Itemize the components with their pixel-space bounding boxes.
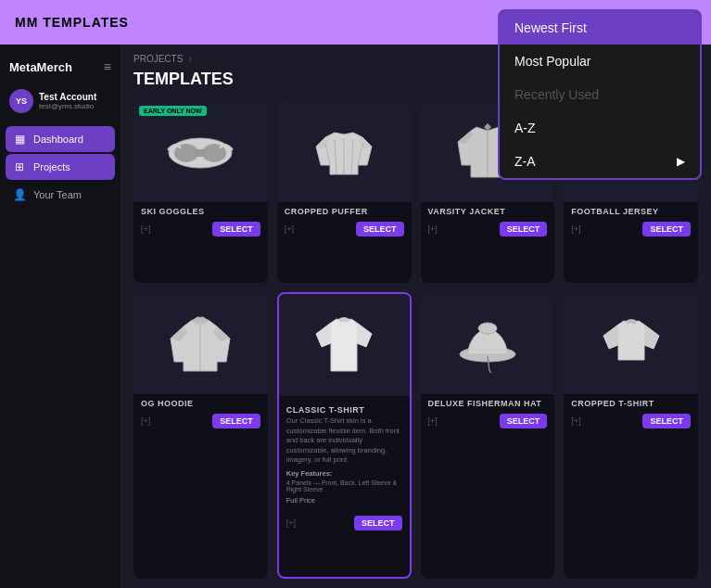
projects-icon: ⊞ bbox=[13, 160, 26, 173]
sidebar-user: YS Test Account test@yms.studio bbox=[0, 83, 121, 119]
breadcrumb-separator: › bbox=[188, 54, 191, 64]
sort-dropdown[interactable]: Newest First Most Popular Recently Used … bbox=[498, 9, 702, 180]
expand-icon[interactable]: [+] bbox=[571, 416, 580, 426]
expand-icon[interactable]: [+] bbox=[286, 518, 296, 528]
template-info-og-hoodie: OG HOODIE [+] SELECT bbox=[133, 394, 268, 579]
og-hoodie-image bbox=[163, 306, 237, 380]
sidebar-user-info: Test Account test@yms.studio bbox=[39, 92, 96, 110]
top-bar-title: MM TEMPLATES bbox=[15, 15, 129, 30]
expand-icon[interactable]: [+] bbox=[141, 224, 150, 234]
template-info-cropped-puffer: CROPPED PUFFER [+] SELECT bbox=[277, 202, 412, 283]
avatar: YS bbox=[9, 89, 33, 113]
template-info-cropped-tshirt: CROPPED T-SHIRT [+] SELECT bbox=[564, 394, 698, 579]
template-name: CLASSIC T-SHIRT bbox=[286, 405, 365, 415]
select-button[interactable]: SELECT bbox=[212, 414, 260, 428]
expand-icon[interactable]: [+] bbox=[428, 224, 438, 234]
dropdown-item-a-z[interactable]: A-Z bbox=[500, 111, 700, 145]
breadcrumb-parent: PROJECTS bbox=[133, 54, 183, 64]
svg-rect-3 bbox=[196, 149, 205, 157]
dropdown-item-label: Recently Used bbox=[514, 87, 599, 102]
template-footer: [+] SELECT bbox=[571, 414, 691, 428]
sidebar-item-team[interactable]: 👤 Your Team bbox=[6, 182, 115, 208]
template-name: CROPPED PUFFER bbox=[285, 207, 404, 216]
select-button[interactable]: SELECT bbox=[356, 222, 404, 236]
template-footer: [+] SELECT bbox=[428, 414, 548, 428]
card-detail-description: Our Classic T-Shirt skin is a customizab… bbox=[286, 416, 402, 466]
sidebar-user-name: Test Account bbox=[39, 92, 96, 102]
template-info-ski-goggles: SKI GOGGLES [+] SELECT bbox=[133, 202, 268, 283]
sidebar: MetaMerch ≡ YS Test Account test@yms.stu… bbox=[0, 45, 121, 588]
dropdown-item-label: Z-A bbox=[514, 154, 536, 169]
dropdown-item-most-popular[interactable]: Most Popular bbox=[500, 45, 700, 78]
classic-tshirt-image bbox=[307, 308, 381, 382]
price-label: Full Price bbox=[286, 496, 402, 505]
template-info-football-jersey: FOOTBALL JERSEY [+] SELECT bbox=[564, 202, 698, 283]
template-name: SKI GOGGLES bbox=[141, 207, 260, 216]
team-icon: 👤 bbox=[13, 188, 26, 201]
select-button[interactable]: SELECT bbox=[500, 414, 548, 428]
cropped-tshirt-image bbox=[594, 306, 668, 380]
template-footer: [+] SELECT bbox=[428, 222, 548, 236]
fisherman-hat-image bbox=[451, 306, 525, 380]
expand-icon[interactable]: [+] bbox=[285, 224, 294, 234]
template-card-fisherman-hat: DELUXE FISHERMAN HAT [+] SELECT bbox=[421, 292, 555, 579]
template-card-ski-goggles: EARLY ONLY NOW SKI GOGGLES [+] SELECT bbox=[133, 100, 268, 283]
select-button[interactable]: SELECT bbox=[642, 222, 691, 236]
card-detail: CLASSIC T-SHIRT Our Classic T-Shirt skin… bbox=[279, 396, 410, 510]
ski-goggles-image bbox=[163, 114, 237, 188]
expand-icon[interactable]: [+] bbox=[428, 416, 438, 426]
template-card-classic-tshirt: CLASSIC T-SHIRT Our Classic T-Shirt skin… bbox=[277, 292, 412, 579]
dropdown-item-label: A-Z bbox=[514, 121, 536, 135]
template-img-cropped-puffer bbox=[277, 100, 412, 202]
template-info-fisherman-hat: DELUXE FISHERMAN HAT [+] SELECT bbox=[421, 394, 555, 579]
sidebar-menu-icon[interactable]: ≡ bbox=[104, 59, 111, 74]
template-name: VARSITY JACKET bbox=[428, 207, 548, 216]
dropdown-item-label: Most Popular bbox=[514, 54, 590, 69]
dropdown-item-recently-used: Recently Used bbox=[500, 78, 700, 111]
template-img-og-hoodie bbox=[133, 292, 268, 394]
sidebar-logo: MetaMerch ≡ bbox=[0, 54, 121, 83]
template-footer: [+] SELECT bbox=[279, 512, 410, 536]
expand-icon[interactable]: [+] bbox=[571, 224, 580, 234]
dashboard-icon: ▦ bbox=[13, 133, 26, 146]
template-img-cropped-tshirt bbox=[564, 292, 698, 394]
expand-icon[interactable]: [+] bbox=[141, 416, 150, 426]
select-button[interactable]: SELECT bbox=[212, 222, 260, 236]
dropdown-item-z-a[interactable]: Z-A ▶ bbox=[500, 145, 700, 178]
template-card-cropped-tshirt: CROPPED T-SHIRT [+] SELECT bbox=[564, 292, 698, 579]
features-label: Key Features: bbox=[286, 469, 402, 478]
template-footer: [+] SELECT bbox=[571, 222, 691, 236]
template-name: FOOTBALL JERSEY bbox=[571, 207, 691, 216]
template-card-cropped-puffer: CROPPED PUFFER [+] SELECT bbox=[277, 100, 412, 283]
sidebar-item-label: Your Team bbox=[33, 189, 82, 200]
template-footer: [+] SELECT bbox=[285, 222, 404, 236]
svg-line-14 bbox=[489, 371, 491, 373]
sidebar-item-label: Projects bbox=[33, 161, 70, 173]
select-button[interactable]: SELECT bbox=[642, 414, 691, 428]
sidebar-item-projects[interactable]: ⊞ Projects bbox=[6, 154, 115, 180]
template-img-ski-goggles: EARLY ONLY NOW bbox=[133, 100, 268, 202]
badge-new: EARLY ONLY NOW bbox=[139, 106, 207, 116]
template-name: CROPPED T-SHIRT bbox=[571, 399, 691, 408]
svg-point-12 bbox=[478, 323, 497, 334]
sidebar-item-label: Dashboard bbox=[33, 134, 83, 145]
select-button[interactable]: SELECT bbox=[354, 516, 402, 530]
sidebar-user-email: test@yms.studio bbox=[39, 102, 96, 110]
template-info-varsity-jacket: VARSITY JACKET [+] SELECT bbox=[421, 202, 555, 283]
sidebar-logo-text: MetaMerch bbox=[9, 60, 72, 74]
template-img-fisherman-hat bbox=[421, 292, 555, 394]
template-img-classic-tshirt bbox=[279, 294, 410, 396]
cropped-puffer-image bbox=[307, 114, 381, 188]
dropdown-item-label: Newest First bbox=[514, 20, 587, 35]
template-card-og-hoodie: OG HOODIE [+] SELECT bbox=[133, 292, 268, 579]
dropdown-arrow-icon: ▶ bbox=[677, 155, 685, 168]
template-name: DELUXE FISHERMAN HAT bbox=[428, 399, 548, 408]
dropdown-item-newest-first[interactable]: Newest First bbox=[500, 11, 700, 45]
template-footer: [+] SELECT bbox=[141, 222, 260, 236]
template-name: OG HOODIE bbox=[141, 399, 260, 408]
sidebar-nav: ▦ Dashboard ⊞ Projects 👤 Your Team bbox=[0, 126, 121, 208]
template-footer: [+] SELECT bbox=[141, 414, 260, 428]
features-text: 4 Panels — Front, Back, Left Sleeve & Ri… bbox=[286, 479, 402, 492]
sidebar-item-dashboard[interactable]: ▦ Dashboard bbox=[6, 126, 115, 152]
select-button[interactable]: SELECT bbox=[500, 222, 548, 236]
